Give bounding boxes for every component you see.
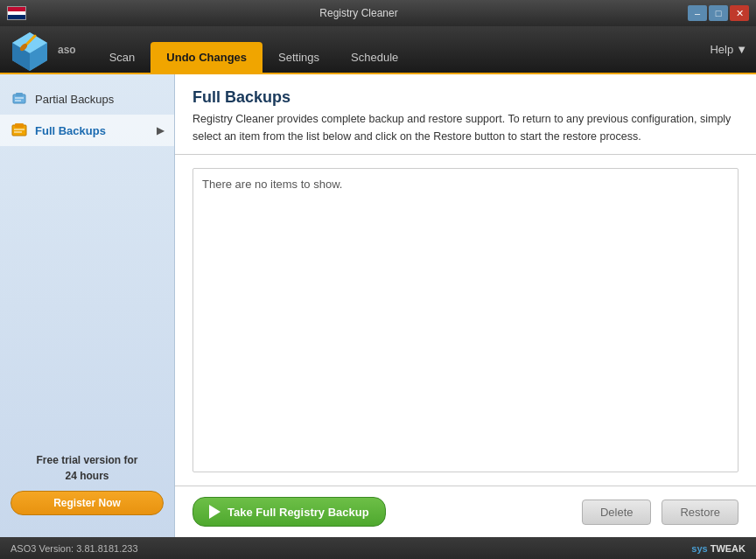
partial-backups-label: Partial Backups xyxy=(35,93,114,106)
tab-settings[interactable]: Settings xyxy=(262,42,335,73)
version-text: ASO3 Version: 3.81.8181.233 xyxy=(10,543,138,554)
svg-rect-11 xyxy=(15,123,24,128)
status-bar: ASO3 Version: 3.81.8181.233 sysTWEAK xyxy=(0,537,756,559)
svg-rect-7 xyxy=(16,93,23,96)
sidebar: Partial Backups Full Backups ▶ Free tria… xyxy=(0,74,175,537)
full-backups-icon xyxy=(10,122,28,139)
play-icon xyxy=(209,505,220,519)
minimize-button[interactable]: – xyxy=(688,5,707,21)
sidebar-item-full-backups[interactable]: Full Backups ▶ xyxy=(0,115,174,146)
brand-tweak: TWEAK xyxy=(710,543,746,554)
full-backups-arrow-icon: ▶ xyxy=(157,125,164,136)
take-full-registry-backup-button[interactable]: Take Full Registry Backup xyxy=(192,497,386,527)
logo-text: aso xyxy=(58,44,76,56)
partial-backups-icon xyxy=(10,90,28,108)
content-description: Registry Cleaner provides complete backu… xyxy=(192,110,738,145)
free-trial-text: Free trial version for 24 hours xyxy=(10,452,164,484)
backup-btn-label: Take Full Registry Backup xyxy=(228,506,369,519)
tab-scan[interactable]: Scan xyxy=(94,42,151,73)
brand-logo: sysTWEAK xyxy=(691,543,746,554)
content-footer: Take Full Registry Backup Delete Restore xyxy=(175,486,756,537)
help-label: Help xyxy=(710,43,733,56)
sidebar-items: Partial Backups Full Backups ▶ xyxy=(0,83,174,146)
help-chevron-icon: ▼ xyxy=(736,43,747,56)
close-button[interactable]: ✕ xyxy=(730,5,749,21)
tab-schedule[interactable]: Schedule xyxy=(335,42,414,73)
sidebar-item-partial-backups[interactable]: Partial Backups xyxy=(0,83,174,115)
restore-button[interactable]: Restore xyxy=(662,500,738,525)
logo-area: aso xyxy=(9,29,76,71)
nav-tabs: Scan Undo Changes Settings Schedule xyxy=(94,26,710,73)
flag-icon xyxy=(7,6,26,20)
nav-bar: aso Scan Undo Changes Settings Schedule … xyxy=(0,26,756,74)
main-area: Partial Backups Full Backups ▶ Free tria… xyxy=(0,74,756,537)
content-title: Full Backups xyxy=(192,88,738,107)
full-backups-label: Full Backups xyxy=(35,124,106,137)
app-logo xyxy=(9,29,51,71)
title-bar: Registry Cleaner – □ ✕ xyxy=(0,0,756,26)
maximize-button[interactable]: □ xyxy=(709,5,728,21)
content-header: Full Backups Registry Cleaner provides c… xyxy=(175,74,756,155)
content-body: There are no items to show. xyxy=(175,155,756,486)
brand-sys: sys xyxy=(691,543,707,554)
sidebar-bottom: Free trial version for 24 hours Register… xyxy=(0,439,174,528)
content-area: Full Backups Registry Cleaner provides c… xyxy=(175,74,756,537)
tab-undo-changes[interactable]: Undo Changes xyxy=(150,42,262,73)
register-now-button[interactable]: Register Now xyxy=(10,491,164,515)
help-menu[interactable]: Help ▼ xyxy=(710,43,747,56)
delete-button[interactable]: Delete xyxy=(582,500,652,525)
window-controls: – □ ✕ xyxy=(688,5,749,21)
items-list: There are no items to show. xyxy=(192,168,738,472)
no-items-text: There are no items to show. xyxy=(202,178,342,191)
window-title: Registry Cleaner xyxy=(30,7,688,19)
